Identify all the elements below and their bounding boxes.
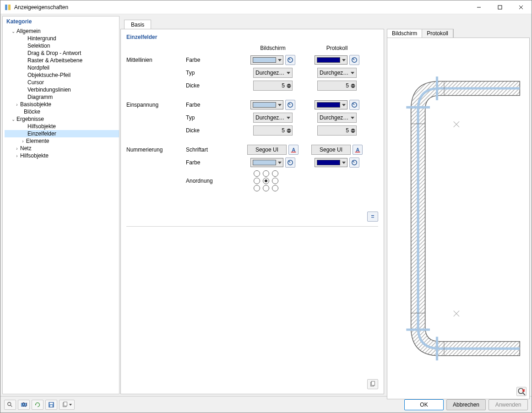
tree-item-label: Hilfsobjekte xyxy=(27,123,56,130)
radio-mr[interactable] xyxy=(272,178,278,184)
tool-search[interactable] xyxy=(4,400,16,410)
radio-ml[interactable] xyxy=(254,178,260,184)
tree-item-label: Basisobjekte xyxy=(20,101,51,108)
es-dicke-screen[interactable]: 5 xyxy=(253,125,293,136)
sync-columns-button[interactable]: = xyxy=(367,212,378,222)
spin-up-icon[interactable] xyxy=(287,127,291,130)
sidebar-header: Kategorie xyxy=(3,16,119,27)
tree-item-einzelfelder[interactable]: Einzelfelder xyxy=(5,130,119,137)
spin-down-icon[interactable] xyxy=(287,86,291,90)
es-color-protocol-picker[interactable] xyxy=(349,100,359,110)
chevron-down-icon[interactable]: ⌄ xyxy=(10,29,16,34)
tree-item-drag-drop-antwort[interactable]: Drag & Drop - Antwort xyxy=(5,49,119,57)
nu-color-protocol[interactable] xyxy=(315,158,347,167)
chevron-right-icon[interactable]: › xyxy=(14,102,20,107)
nu-color-protocol-picker[interactable] xyxy=(349,158,359,168)
spin-down-icon[interactable] xyxy=(351,131,355,135)
spin-down-icon[interactable] xyxy=(351,86,355,90)
cancel-button[interactable]: Abbrechen xyxy=(446,399,486,410)
minimize-button[interactable] xyxy=(468,0,489,14)
es-color-screen[interactable] xyxy=(250,100,283,109)
tab-basis[interactable]: Basis xyxy=(124,20,151,29)
chevron-right-icon[interactable]: › xyxy=(14,146,20,151)
tree-item-hilfsobjekte[interactable]: Hilfsobjekte xyxy=(5,123,119,130)
tree-item-netz[interactable]: ›Netz xyxy=(5,145,119,152)
category-tree[interactable]: ⌄AllgemeinHintergrundSelektionDrag & Dro… xyxy=(3,27,119,160)
ml-type-screen[interactable]: Durchgezo... xyxy=(253,68,293,78)
radio-tl[interactable] xyxy=(254,170,260,177)
tree-item-objektsuche-pfeil[interactable]: Objektsuche-Pfeil xyxy=(5,71,119,79)
nu-font-protocol-picker[interactable]: A xyxy=(353,145,363,155)
es-color-screen-picker[interactable] xyxy=(285,100,295,110)
ml-dicke-protocol[interactable]: 5 xyxy=(317,81,357,91)
tree-item-hilfsobjekte[interactable]: ›Hilfsobjekte xyxy=(5,152,119,159)
ml-color-screen-picker[interactable] xyxy=(285,55,295,65)
ml-color-screen[interactable] xyxy=(250,55,283,65)
anordnung-radios[interactable] xyxy=(254,170,369,191)
tree-item-bl-cke[interactable]: Blöcke xyxy=(5,108,119,115)
ml-dicke-screen[interactable]: 5 xyxy=(253,81,293,91)
preview-reset-button[interactable] xyxy=(516,387,527,396)
tree-item-nordpfeil[interactable]: Nordpfeil xyxy=(5,64,119,71)
es-type-protocol[interactable]: Durchgezo... xyxy=(317,113,357,123)
tree-item-basisobjekte[interactable]: ›Basisobjekte xyxy=(5,101,119,108)
tree-item-elemente[interactable]: ›Elemente xyxy=(5,137,119,145)
chevron-right-icon[interactable]: › xyxy=(20,139,26,144)
preview-tab-screen[interactable]: Bildschirm xyxy=(387,29,422,38)
ml-color-protocol[interactable] xyxy=(315,55,347,65)
es-color-protocol[interactable] xyxy=(315,100,347,109)
tree-item-hintergrund[interactable]: Hintergrund xyxy=(5,35,119,42)
ml-type-protocol[interactable]: Durchgezo... xyxy=(317,68,357,78)
svg-rect-46 xyxy=(50,402,53,404)
svg-text:A: A xyxy=(356,147,360,152)
tool-refresh[interactable] xyxy=(32,400,43,410)
radio-tr[interactable] xyxy=(272,170,278,177)
es-type-screen[interactable]: Durchgezo... xyxy=(253,113,293,123)
tool-clipboard[interactable] xyxy=(59,400,75,410)
tool-save[interactable] xyxy=(45,400,57,410)
tree-item-raster-arbeitsebene[interactable]: Raster & Arbeitsebene xyxy=(5,57,119,64)
nu-font-screen-picker[interactable]: A xyxy=(288,145,299,155)
close-button[interactable] xyxy=(510,0,532,14)
label-es-farbe: Farbe xyxy=(186,102,241,108)
tree-item-allgemein[interactable]: ⌄Allgemein xyxy=(5,27,119,35)
tree-item-verbindungslinien[interactable]: Verbindungslinien xyxy=(5,86,119,93)
radio-bl[interactable] xyxy=(254,185,260,191)
label-es-dicke: Dicke xyxy=(186,127,241,134)
chevron-down-icon[interactable]: ⌄ xyxy=(10,117,16,122)
tree-item-selektion[interactable]: Selektion xyxy=(5,42,119,49)
nu-font-protocol[interactable]: Segoe UI xyxy=(311,145,351,155)
chevron-down-icon xyxy=(69,404,72,406)
preview-tab-protocol[interactable]: Protokoll xyxy=(422,29,453,38)
radio-mc[interactable] xyxy=(263,178,269,184)
copy-settings-button[interactable] xyxy=(367,379,378,389)
spin-up-icon[interactable] xyxy=(351,127,355,130)
tree-item-label: Hintergrund xyxy=(27,35,56,42)
chevron-down-icon xyxy=(351,72,354,74)
tree-item-cursor[interactable]: Cursor xyxy=(5,79,119,86)
nu-font-screen[interactable]: Segoe UI xyxy=(247,145,287,155)
nu-color-screen-picker[interactable] xyxy=(285,158,295,168)
spin-down-icon[interactable] xyxy=(287,131,291,135)
tree-item-label: Cursor xyxy=(27,79,44,86)
radio-bc[interactable] xyxy=(263,185,269,191)
chevron-down-icon xyxy=(278,104,282,106)
tree-item-diagramm[interactable]: Diagramm xyxy=(5,93,119,101)
tool-format[interactable]: 0,00 xyxy=(18,400,30,410)
ok-button[interactable]: OK xyxy=(404,399,444,410)
window-title: Anzeigeeigenschaften xyxy=(14,4,468,11)
main-panel: Basis Einzelfelder Bildschirm Protokoll … xyxy=(120,16,530,394)
spin-up-icon[interactable] xyxy=(351,82,355,86)
tree-item-label: Blöcke xyxy=(24,109,40,115)
tree-item-ergebnisse[interactable]: ⌄Ergebnisse xyxy=(5,115,119,123)
ml-color-protocol-picker[interactable] xyxy=(349,55,359,65)
chevron-right-icon[interactable]: › xyxy=(14,153,20,158)
apply-button[interactable]: Anwenden xyxy=(489,399,528,410)
label-ml-farbe: Farbe xyxy=(186,57,241,63)
spin-up-icon[interactable] xyxy=(287,82,291,86)
es-dicke-protocol[interactable]: 5 xyxy=(317,125,357,136)
nu-color-screen[interactable] xyxy=(250,158,283,167)
radio-tc[interactable] xyxy=(263,170,269,177)
radio-br[interactable] xyxy=(272,185,278,191)
maximize-button[interactable] xyxy=(489,0,510,14)
